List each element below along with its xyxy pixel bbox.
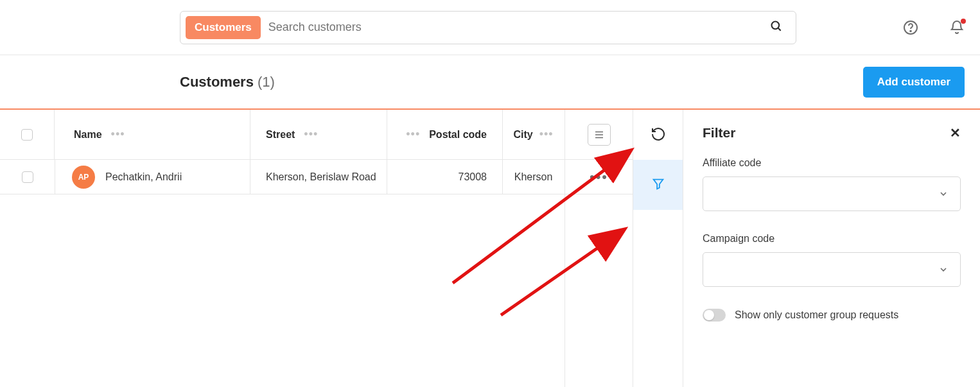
tool-refresh-cell <box>633 110 683 160</box>
page-header: Customers (1) Add customer <box>0 55 980 108</box>
refresh-icon <box>651 126 666 142</box>
cell-city: Kherson <box>503 160 564 194</box>
chevron-down-icon <box>938 264 949 275</box>
filter-toggle-button[interactable] <box>646 172 670 198</box>
column-header-postal[interactable]: ••• Postal code <box>387 110 503 159</box>
page-title: Customers (1) <box>180 74 275 90</box>
bulk-actions-button[interactable] <box>588 124 611 146</box>
customer-name: Pechatkin, Andrii <box>105 171 182 183</box>
toggle-knob <box>704 310 714 320</box>
page-count: (1) <box>258 74 275 90</box>
group-requests-label: Show only customer group requests <box>735 309 898 321</box>
affiliate-label: Affiliate code <box>703 157 961 169</box>
close-filter-button[interactable]: ✕ <box>950 125 961 141</box>
group-requests-toggle[interactable] <box>703 309 726 322</box>
filter-icon <box>651 177 665 191</box>
filter-header: Filter ✕ <box>703 125 961 141</box>
select-all-checkbox[interactable] <box>21 129 33 141</box>
column-header-street[interactable]: Street ••• <box>250 110 387 159</box>
search-input[interactable] <box>268 21 767 34</box>
campaign-label: Campaign code <box>703 233 961 245</box>
column-label: Street <box>266 129 295 141</box>
row-select-cell <box>0 160 55 194</box>
search-button[interactable] <box>767 17 785 37</box>
svg-point-3 <box>910 30 911 31</box>
column-label: Name <box>74 129 102 141</box>
add-customer-button[interactable]: Add customer <box>863 67 965 98</box>
help-icon <box>903 20 918 35</box>
select-all-cell <box>0 110 55 159</box>
notifications-button[interactable] <box>947 17 967 38</box>
close-icon: ✕ <box>950 126 961 140</box>
filter-title: Filter <box>703 125 735 141</box>
campaign-select[interactable] <box>703 252 961 287</box>
top-right-actions <box>900 17 967 38</box>
column-options-icon[interactable]: ••• <box>111 128 125 141</box>
svg-line-1 <box>778 28 781 31</box>
column-options-icon[interactable]: ••• <box>406 128 420 141</box>
list-icon <box>593 129 605 141</box>
city-value: Kherson <box>514 171 553 183</box>
search-context-tag[interactable]: Customers <box>186 16 261 39</box>
side-toolbar <box>633 110 683 387</box>
page-title-text: Customers <box>180 74 254 90</box>
filter-panel: Filter ✕ Affiliate code Campaign code Sh… <box>683 110 980 387</box>
chevron-down-icon <box>938 189 949 199</box>
column-header-name[interactable]: Name ••• <box>55 110 250 159</box>
help-button[interactable] <box>900 17 921 38</box>
cell-name: AP Pechatkin, Andrii <box>55 160 250 194</box>
content-area: Name ••• Street ••• ••• Postal code City… <box>0 110 980 387</box>
column-header-city[interactable]: City ••• <box>503 110 564 159</box>
column-label: Postal code <box>429 129 487 141</box>
notification-badge <box>961 19 966 24</box>
group-requests-toggle-row: Show only customer group requests <box>703 309 961 322</box>
search-icon <box>770 20 783 33</box>
column-label: City <box>513 129 532 141</box>
customer-table: Name ••• Street ••• ••• Postal code City… <box>0 110 565 387</box>
avatar: AP <box>72 166 95 189</box>
column-options-icon[interactable]: ••• <box>539 128 554 141</box>
affiliate-select[interactable] <box>703 176 961 211</box>
table-row[interactable]: AP Pechatkin, Andrii Kherson, Berislaw R… <box>0 160 564 194</box>
cell-street: Kherson, Berislaw Road <box>250 160 387 194</box>
row-actions-column: ••• <box>565 110 633 387</box>
refresh-button[interactable] <box>645 121 671 149</box>
top-bar: Customers <box>0 0 980 55</box>
postal-value: 73008 <box>459 171 487 183</box>
row-actions-button[interactable]: ••• <box>565 160 633 194</box>
column-options-icon[interactable]: ••• <box>304 128 318 141</box>
table-header-row: Name ••• Street ••• ••• Postal code City… <box>0 110 564 160</box>
tool-filter-cell <box>633 160 683 210</box>
street-value: Kherson, Berislaw Road <box>266 171 376 183</box>
row-checkbox[interactable] <box>22 171 33 183</box>
cell-postal: 73008 <box>387 160 503 194</box>
svg-point-0 <box>772 22 780 30</box>
search-container: Customers <box>180 11 796 44</box>
bulk-actions-cell <box>565 110 633 160</box>
